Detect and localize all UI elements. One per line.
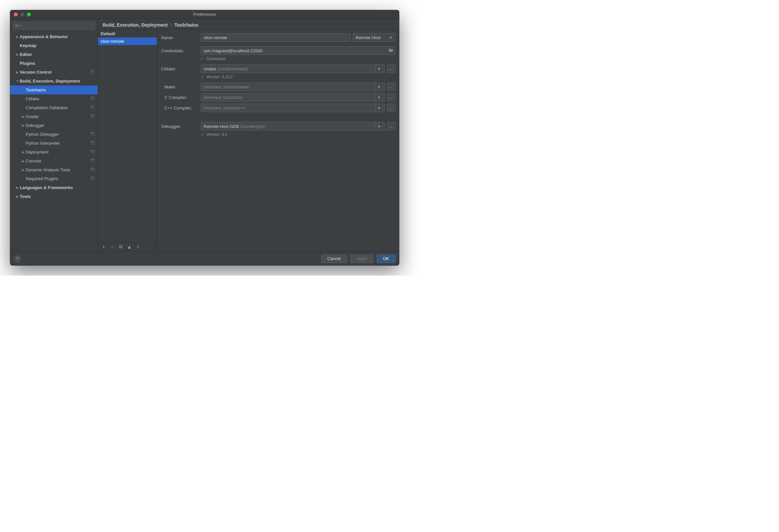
make-label: Make:	[161, 84, 201, 89]
sidebar-item-label: Python Interpreter	[26, 141, 91, 146]
svg-rect-9	[92, 115, 95, 118]
sidebar-item-tools[interactable]: ▶Tools	[10, 192, 98, 201]
sidebar-item-console[interactable]: ▶Console	[10, 156, 98, 165]
svg-rect-17	[92, 159, 95, 162]
sidebar-item-editor[interactable]: ▶Editor	[10, 50, 98, 59]
project-scope-icon	[91, 158, 95, 164]
credentials-label: Credentials:	[161, 48, 201, 53]
chevron-right-icon: ▶	[21, 168, 26, 172]
chevron-down-icon: ▼	[375, 93, 382, 101]
c-compiler-select[interactable]: Detected: /usr/bin/cc ▼	[201, 93, 385, 102]
project-scope-icon	[91, 149, 95, 155]
chevron-down-icon: ▼	[389, 36, 393, 40]
cancel-button[interactable]: Cancel	[321, 255, 347, 263]
sidebar: ▾ ▶Appearance & BehaviorKeymap▶EditorPlu…	[10, 19, 98, 251]
sidebar-item-python-interpreter[interactable]: Python Interpreter	[10, 139, 98, 148]
svg-rect-13	[92, 142, 95, 144]
apply-button[interactable]: Apply	[350, 255, 374, 263]
cmake-browse-button[interactable]: ...	[387, 64, 396, 73]
sidebar-item-label: Languages & Frameworks	[20, 185, 95, 190]
toolchain-list: Defaultclion-remote + − ⧉ ▲ ▼	[98, 30, 157, 251]
folder-icon[interactable]	[388, 48, 393, 53]
sidebar-item-keymap[interactable]: Keymap	[10, 41, 98, 50]
debugger-select[interactable]: Remote Host GDB (/usr/bin/gdb) ▼	[201, 122, 385, 131]
sidebar-item-toolchains[interactable]: Toolchains	[10, 85, 98, 94]
svg-rect-21	[92, 177, 95, 180]
project-scope-icon	[91, 176, 95, 182]
sidebar-item-label: CMake	[26, 96, 91, 101]
sidebar-item-python-debugger[interactable]: Python Debugger	[10, 130, 98, 139]
chevron-right-icon: ▶	[21, 150, 26, 154]
debugger-status: Version: 8.1	[206, 132, 227, 137]
credentials-status: Connected	[206, 57, 225, 61]
toolchain-item-default[interactable]: Default	[98, 30, 157, 38]
help-button[interactable]: ?	[14, 255, 21, 262]
svg-line-1	[17, 26, 18, 27]
cxx-compiler-select[interactable]: Detected: /usr/bin/c++ ▼	[201, 104, 385, 112]
cxx-compiler-label: C++ Compiler:	[161, 106, 201, 111]
remove-button[interactable]: −	[109, 243, 116, 251]
project-scope-icon	[91, 96, 95, 102]
sidebar-item-deployment[interactable]: ▶Deployment	[10, 148, 98, 156]
chevron-right-icon: ▶	[15, 70, 20, 74]
cmake-select[interactable]: cmake (/usr/bin/cmake) ▼	[201, 64, 385, 73]
sidebar-item-compilation-database[interactable]: Compilation Database	[10, 103, 98, 112]
chevron-down-icon: ▼	[375, 104, 382, 112]
chevron-right-icon: ▶	[21, 115, 26, 118]
svg-rect-11	[92, 133, 95, 135]
name-label: Name:	[161, 35, 201, 40]
cmake-label: CMake:	[161, 66, 201, 71]
sidebar-item-cmake[interactable]: CMake	[10, 94, 98, 103]
project-scope-icon	[91, 140, 95, 146]
add-button[interactable]: +	[100, 243, 107, 251]
sidebar-item-dynamic-analysis-tools[interactable]: ▶Dynamic Analysis Tools	[10, 165, 98, 174]
chevron-right-icon: ▶	[21, 124, 26, 127]
sidebar-item-required-plugins[interactable]: Required Plugins	[10, 174, 98, 183]
sidebar-item-plugins[interactable]: Plugins	[10, 59, 98, 68]
sidebar-item-debugger[interactable]: ▶Debugger	[10, 121, 98, 130]
preferences-window: Preferences ▾ ▶Appearance & BehaviorKeym…	[10, 10, 399, 266]
name-field[interactable]: clion-remote	[201, 33, 351, 42]
check-icon: ✓	[201, 132, 204, 137]
debugger-browse-button[interactable]: ...	[387, 122, 396, 131]
svg-rect-3	[92, 71, 95, 73]
credentials-field[interactable]: ssh://vagrant@localhost:22000	[201, 46, 396, 55]
toolchain-type-select[interactable]: Remote Host ▼	[353, 33, 396, 42]
chevron-down-icon: ▼	[375, 65, 382, 73]
sidebar-item-label: Debugger	[26, 123, 95, 128]
make-browse-button[interactable]: ...	[387, 82, 396, 91]
chevron-right-icon: ▶	[15, 195, 20, 198]
check-icon: ✓	[201, 56, 204, 61]
make-select[interactable]: Detected: /usr/bin/make ▼	[201, 82, 385, 91]
breadcrumb-current: Toolchains	[174, 22, 198, 27]
sidebar-item-label: Version Control	[20, 70, 91, 75]
c-compiler-browse-button[interactable]: ...	[387, 93, 396, 102]
sidebar-item-label: Plugins	[20, 61, 95, 66]
cmake-status: Version: 3.10.2	[206, 75, 233, 79]
debugger-label: Debugger:	[161, 124, 201, 129]
sidebar-item-label: Dynamic Analysis Tools	[26, 168, 91, 172]
ok-button[interactable]: OK	[377, 255, 396, 263]
svg-point-0	[15, 24, 17, 26]
move-down-button[interactable]: ▼	[134, 243, 141, 251]
sidebar-item-label: Editor	[20, 52, 95, 57]
sidebar-item-build-execution-deployment[interactable]: ▼Build, Execution, Deployment	[10, 77, 98, 85]
move-up-button[interactable]: ▲	[126, 243, 133, 251]
breadcrumb-parent[interactable]: Build, Execution, Deployment	[103, 22, 168, 27]
toolchain-item-clion-remote[interactable]: clion-remote	[98, 38, 157, 45]
project-scope-icon	[91, 69, 95, 75]
search-input[interactable]: ▾	[12, 22, 95, 29]
sidebar-item-gradle[interactable]: ▶Gradle	[10, 112, 98, 121]
cxx-compiler-browse-button[interactable]: ...	[387, 104, 396, 112]
sidebar-item-label: Required Plugins	[26, 176, 91, 181]
sidebar-item-label: Console	[26, 158, 91, 163]
copy-button[interactable]: ⧉	[117, 243, 124, 251]
svg-rect-15	[92, 151, 95, 153]
footer: ? Cancel Apply OK	[10, 251, 399, 266]
sidebar-item-languages-frameworks[interactable]: ▶Languages & Frameworks	[10, 183, 98, 192]
chevron-down-icon: ▼	[375, 122, 382, 130]
sidebar-item-appearance-behavior[interactable]: ▶Appearance & Behavior	[10, 32, 98, 41]
sidebar-item-version-control[interactable]: ▶Version Control	[10, 68, 98, 77]
project-scope-icon	[91, 132, 95, 137]
chevron-right-icon: ▶	[15, 53, 20, 56]
